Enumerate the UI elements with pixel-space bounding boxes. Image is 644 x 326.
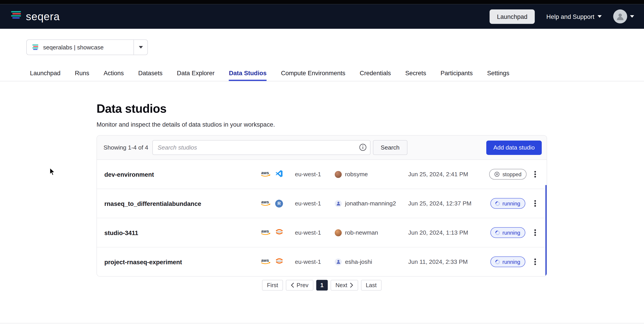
table-scrollbar[interactable] [546,185,546,276]
pagination-page-1[interactable]: 1 [316,280,328,290]
chevron-down-icon [630,15,634,18]
seqera-logo-icon [10,10,22,23]
avatar [335,171,342,178]
owner-name: esha-joshi [345,258,372,265]
studio-owner: rob-newman [335,229,408,236]
stopped-icon [494,171,500,177]
tab-label: Actions [104,69,124,76]
pagination-prev-label: Prev [297,282,308,288]
studio-date: Jun 11, 2024, 2:33 PM [408,258,484,265]
tab-settings[interactable]: Settings [487,66,509,81]
row-menu-button[interactable] [531,247,540,276]
r-analytics-icon: R [275,200,283,207]
info-icon[interactable] [359,143,367,151]
user-menu[interactable] [613,10,634,23]
table-row[interactable]: rnaseq_to_differentialabundance aws R eu… [97,189,546,218]
pagination-last[interactable]: Last [361,280,382,290]
status-label: running [502,200,520,206]
tab-label: Credentials [360,69,391,76]
aws-icon: aws [260,170,271,178]
kebab-icon [534,261,536,262]
tab-label: Data Explorer [177,69,214,76]
svg-text:aws: aws [261,229,269,233]
workspace-caret-button[interactable] [134,40,148,55]
chevron-left-icon [291,283,294,288]
studio-owner: jonathan-manning2 [335,200,408,207]
tab-credentials[interactable]: Credentials [360,66,391,81]
tab-label: Launchpad [30,69,60,76]
svg-text:aws: aws [261,170,269,175]
table-row[interactable]: studio-3411 aws jupyter [97,218,546,247]
svg-text:jupyter: jupyter [276,260,282,262]
tab-launchpad[interactable]: Launchpad [30,66,60,81]
studio-name[interactable]: project-rnaseq-experiment [104,258,260,265]
studio-region: eu-west-1 [295,229,335,236]
add-data-studio-button[interactable]: Add data studio [486,140,542,155]
studio-name[interactable]: dev-environment [104,171,260,178]
user-avatar [613,10,627,23]
status-cell: running [485,227,531,238]
tab-secrets[interactable]: Secrets [405,66,426,81]
kebab-icon [534,173,536,175]
owner-name: rob-newman [345,229,378,236]
pagination: First Prev 1 Next Last [96,280,547,290]
workspace-label: seqeralabs | showcase [43,44,134,51]
tab-label: Compute Environments [281,69,345,76]
search-field-wrapper [152,140,370,155]
running-spinner-icon [494,259,501,265]
kebab-icon [534,232,536,233]
search-button[interactable]: Search [373,140,408,155]
studio-name[interactable]: studio-3411 [104,229,260,236]
vscode-icon [275,170,283,179]
tab-bar: Launchpad Runs Actions Datasets Data Exp… [0,66,644,82]
tab-datasets[interactable]: Datasets [138,66,162,81]
status-label: running [502,259,520,265]
tab-runs[interactable]: Runs [75,66,89,81]
status-cell: running [485,256,531,267]
avatar [335,258,342,265]
tab-actions[interactable]: Actions [104,66,124,81]
status-label: stopped [502,171,522,177]
tab-data-studios[interactable]: Data Studios [229,66,266,81]
help-support-label: Help and Support [546,13,594,20]
table-row[interactable]: project-rnaseq-experiment aws j [97,247,546,276]
studio-name[interactable]: rnaseq_to_differentialabundance [104,200,260,207]
aws-icon: aws [260,228,271,237]
row-menu-button[interactable] [531,160,540,189]
page-title: Data studios [96,102,644,115]
search-input[interactable] [152,140,370,155]
tab-participants[interactable]: Participants [440,66,472,81]
tab-compute-environments[interactable]: Compute Environments [281,66,345,81]
seqera-logo[interactable]: seqera [10,10,60,23]
workspace-selector[interactable]: seqeralabs | showcase [26,40,148,55]
help-support-menu[interactable]: Help and Support [546,13,602,20]
studio-date: Jun 25, 2024, 12:37 PM [408,200,484,207]
status-badge: running [490,227,525,238]
svg-text:aws: aws [261,199,269,204]
studio-apps: aws jupyter [260,228,295,237]
studio-region: eu-west-1 [295,171,335,177]
tab-label: Runs [75,69,89,76]
pagination-prev[interactable]: Prev [286,280,313,290]
row-menu-button[interactable] [531,189,540,218]
studio-region: eu-west-1 [295,258,335,265]
page-subtitle: Monitor and inspect the details of data … [96,121,644,128]
chevron-down-icon [139,46,143,49]
tab-data-explorer[interactable]: Data Explorer [177,66,214,81]
studio-owner: esha-joshi [335,258,408,265]
table-row[interactable]: dev-environment aws [97,160,546,189]
aws-icon: aws [260,199,271,208]
studio-date: Jun 25, 2024, 2:41 PM [408,171,484,177]
table-toolbar: Showing 1-4 of 4 Search Add data studio [97,136,546,160]
studio-owner: robsyme [335,171,408,178]
chevron-down-icon [598,15,602,18]
jupyter-icon: jupyter [275,257,284,267]
pagination-first[interactable]: First [262,280,283,290]
launchpad-button[interactable]: Launchpad [490,9,535,24]
running-spinner-icon [494,200,501,207]
tab-label: Settings [487,69,509,76]
pagination-next[interactable]: Next [330,280,358,290]
kebab-icon [534,202,536,204]
studio-apps: aws R [260,199,295,208]
row-menu-button[interactable] [531,218,540,247]
